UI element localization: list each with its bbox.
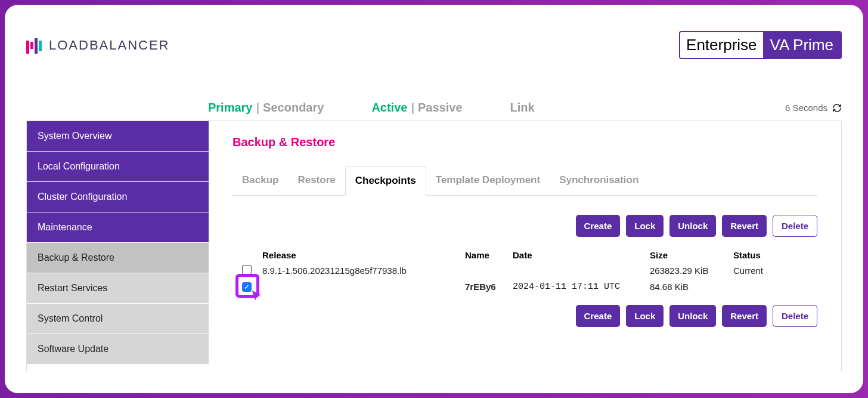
refresh-label: 6 Seconds bbox=[785, 103, 827, 113]
refresh-icon bbox=[832, 103, 842, 113]
col-date: Date bbox=[513, 250, 650, 260]
product-enterprise: Enterprise bbox=[680, 32, 763, 58]
create-button[interactable]: Create bbox=[576, 215, 621, 237]
col-name: Name bbox=[465, 250, 513, 260]
col-size: Size bbox=[650, 250, 733, 260]
product-badge: Enterprise VA Prime bbox=[679, 31, 842, 59]
sidebar-item-software-update[interactable]: Software Update bbox=[27, 334, 209, 365]
cell-size: 263823.29 KiB bbox=[650, 266, 733, 276]
sidebar-item-restart-services[interactable]: Restart Services bbox=[27, 273, 209, 304]
col-status: Status bbox=[733, 250, 793, 260]
delete-button[interactable]: Delete bbox=[773, 305, 817, 327]
sidebar: System Overview Local Configuration Clus… bbox=[27, 121, 209, 371]
status-bar: Primary | Secondary Active | Passive Lin… bbox=[208, 101, 842, 115]
tab-checkpoints[interactable]: Checkpoints bbox=[345, 166, 426, 196]
action-bar-top: Create Lock Unlock Revert Delete bbox=[232, 215, 817, 237]
sidebar-item-system-overview[interactable]: System Overview bbox=[27, 121, 209, 152]
tab-template-deployment[interactable]: Template Deployment bbox=[426, 166, 550, 195]
sidebar-item-maintenance[interactable]: Maintenance bbox=[27, 212, 209, 243]
unlock-button[interactable]: Unlock bbox=[669, 305, 716, 327]
cell-status: Current bbox=[733, 266, 793, 276]
cell-release: 8.9.1-1.506.20231215g8e5f77938.lb bbox=[262, 266, 465, 276]
unlock-button[interactable]: Unlock bbox=[669, 215, 716, 237]
revert-button[interactable]: Revert bbox=[722, 215, 767, 237]
status-primary: Primary bbox=[208, 101, 253, 115]
col-release: Release bbox=[262, 250, 465, 260]
sidebar-item-system-control[interactable]: System Control bbox=[27, 304, 209, 334]
tab-synchronisation[interactable]: Synchronisation bbox=[550, 166, 648, 195]
cursor-icon bbox=[250, 289, 264, 306]
sidebar-item-local-configuration[interactable]: Local Configuration bbox=[27, 152, 209, 182]
tab-backup[interactable]: Backup bbox=[232, 166, 288, 195]
action-bar-bottom: Create Lock Unlock Revert Delete bbox=[232, 305, 817, 327]
cell-date: 2024-01-11 17:11 UTC bbox=[513, 282, 650, 292]
tab-restore[interactable]: Restore bbox=[288, 166, 345, 195]
cell-size: 84.68 KiB bbox=[650, 282, 733, 292]
status-active: Active bbox=[371, 101, 407, 115]
main-content: Backup & Restore Backup Restore Checkpoi… bbox=[209, 121, 841, 371]
status-secondary: Secondary bbox=[263, 101, 324, 115]
product-variant: VA Prime bbox=[763, 32, 841, 58]
logo: LOADBALANCER bbox=[26, 37, 170, 54]
row-checkbox[interactable]: ✓ bbox=[242, 282, 252, 292]
create-button[interactable]: Create bbox=[576, 305, 621, 327]
table-row: 8.9.1-1.506.20231215g8e5f77938.lb 263823… bbox=[232, 263, 817, 279]
page-title: Backup & Restore bbox=[232, 135, 817, 149]
table-row: ✓ 7rEBy6 2024-01-11 17:11 UTC 84.68 KiB bbox=[232, 279, 817, 294]
row-checkbox[interactable] bbox=[242, 265, 252, 274]
logo-icon bbox=[26, 37, 42, 54]
refresh-indicator[interactable]: 6 Seconds bbox=[785, 103, 842, 113]
sidebar-item-backup-restore[interactable]: Backup & Restore bbox=[27, 243, 209, 273]
table-header: Release Name Date Size Status bbox=[232, 248, 817, 263]
brand-name: LOADBALANCER bbox=[49, 38, 170, 53]
status-link: Link bbox=[510, 101, 535, 115]
delete-button[interactable]: Delete bbox=[773, 215, 817, 237]
lock-button[interactable]: Lock bbox=[626, 305, 664, 327]
revert-button[interactable]: Revert bbox=[722, 305, 767, 327]
status-passive: Passive bbox=[418, 101, 463, 115]
tabs: Backup Restore Checkpoints Template Depl… bbox=[232, 166, 817, 196]
lock-button[interactable]: Lock bbox=[626, 215, 664, 237]
cell-name: 7rEBy6 bbox=[465, 282, 513, 292]
sidebar-item-cluster-configuration[interactable]: Cluster Configuration bbox=[27, 182, 209, 212]
checkpoints-table: Release Name Date Size Status 8.9.1-1.50… bbox=[232, 248, 817, 294]
